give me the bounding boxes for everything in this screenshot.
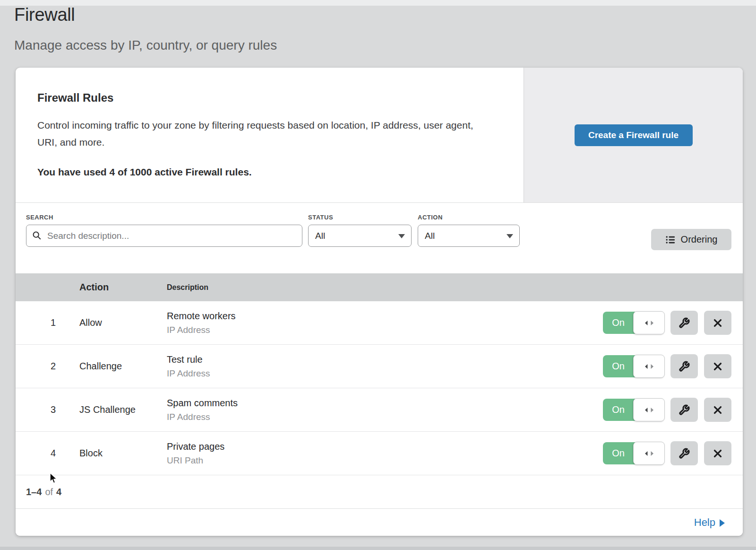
row-controls: On: [603, 354, 743, 378]
edit-rule-button[interactable]: [670, 311, 698, 335]
status-selected-value: All: [315, 231, 325, 241]
rules-usage-text: You have used 4 of 1000 active Firewall …: [37, 166, 502, 178]
rule-enabled-toggle[interactable]: On: [603, 312, 664, 334]
row-controls: On: [603, 441, 743, 465]
wrench-icon: [679, 317, 690, 329]
rule-description-title: Remote workers: [167, 311, 603, 322]
close-icon: [713, 448, 723, 459]
rule-action: JS Challenge: [79, 404, 167, 415]
delete-rule-button[interactable]: [704, 354, 731, 378]
rule-priority: 3: [16, 404, 56, 415]
rule-match-type: URI Path: [167, 455, 603, 466]
toggle-handle[interactable]: [633, 398, 665, 421]
left-right-arrows-icon: [644, 364, 655, 369]
table-row: 2 Challenge Test rule IP Address On: [16, 345, 743, 388]
window-bottom-strip: [0, 547, 756, 550]
row-controls: On: [603, 311, 743, 335]
rule-description-title: Private pages: [167, 441, 603, 452]
action-select[interactable]: All: [418, 225, 520, 247]
edit-rule-button[interactable]: [670, 398, 698, 422]
wrench-icon: [679, 404, 690, 416]
rule-action: Challenge: [79, 361, 167, 372]
rule-description-title: Spam comments: [167, 398, 603, 409]
rule-priority: 1: [16, 317, 56, 328]
help-link[interactable]: Help: [694, 516, 725, 529]
table-row: 1 Allow Remote workers IP Address On: [16, 301, 743, 345]
left-right-arrows-icon: [644, 320, 655, 326]
window-top-strip: [0, 0, 756, 6]
action-selected-value: All: [425, 231, 435, 241]
left-right-arrows-icon: [644, 451, 655, 456]
delete-rule-button[interactable]: [704, 441, 731, 465]
help-link-label: Help: [694, 516, 715, 529]
rule-priority: 4: [16, 448, 56, 459]
list-icon: [665, 235, 676, 245]
rule-enabled-toggle[interactable]: On: [603, 399, 664, 421]
rule-description: Private pages URI Path: [167, 441, 603, 466]
edit-rule-button[interactable]: [670, 441, 698, 465]
search-label: SEARCH: [26, 214, 53, 221]
close-icon: [713, 361, 723, 372]
firewall-rules-card: Firewall Rules Control incoming traffic …: [16, 68, 743, 536]
firewall-rules-summary-section: Firewall Rules Control incoming traffic …: [16, 68, 743, 202]
chevron-down-icon: [507, 234, 513, 238]
description-column-header: Description: [167, 283, 743, 292]
toggle-handle[interactable]: [633, 442, 665, 465]
delete-rule-button[interactable]: [704, 398, 731, 422]
toggle-on-label: On: [603, 399, 634, 421]
search-input[interactable]: [26, 225, 302, 247]
ordering-button[interactable]: Ordering: [651, 229, 731, 250]
section-title: Firewall Rules: [37, 91, 502, 105]
rule-priority: 2: [16, 361, 56, 372]
close-icon: [713, 318, 723, 328]
toggle-handle[interactable]: [633, 311, 665, 334]
filters-bar: SEARCH STATUS All ACTION All: [16, 202, 743, 273]
page-subtitle: Manage access by IP, country, or query r…: [14, 38, 277, 53]
toggle-handle[interactable]: [633, 355, 665, 378]
pagination-of: of: [45, 487, 53, 498]
toggle-on-label: On: [603, 312, 634, 334]
action-label: ACTION: [418, 214, 443, 221]
rule-description: Test rule IP Address: [167, 354, 603, 379]
rule-match-type: IP Address: [167, 412, 603, 422]
pagination-bar: 1–4 of 4: [16, 475, 743, 508]
rule-match-type: IP Address: [167, 325, 603, 335]
table-row: 4 Block Private pages URI Path On: [16, 432, 743, 475]
row-controls: On: [603, 398, 743, 422]
delete-rule-button[interactable]: [704, 311, 731, 335]
edit-rule-button[interactable]: [670, 354, 698, 378]
status-label: STATUS: [308, 214, 333, 221]
table-row: 3 JS Challenge Spam comments IP Address …: [16, 388, 743, 432]
wrench-icon: [679, 361, 690, 372]
page-title: Firewall: [14, 5, 75, 25]
pagination-range: 1–4: [26, 487, 42, 498]
search-box: [26, 225, 302, 247]
table-header: Action Description: [16, 273, 743, 301]
action-column-header: Action: [79, 282, 167, 293]
chevron-down-icon: [398, 234, 405, 238]
toggle-on-label: On: [603, 442, 634, 464]
rule-action: Block: [79, 448, 167, 459]
close-icon: [713, 405, 723, 415]
rule-enabled-toggle[interactable]: On: [603, 442, 664, 464]
ordering-button-label: Ordering: [681, 234, 718, 245]
right-arrow-icon: [720, 519, 725, 527]
rule-match-type: IP Address: [167, 368, 603, 379]
wrench-icon: [679, 448, 690, 459]
toggle-on-label: On: [603, 355, 634, 377]
rule-description: Remote workers IP Address: [167, 311, 603, 335]
card-footer: Help: [16, 508, 743, 536]
firewall-rules-info: Firewall Rules Control incoming traffic …: [16, 68, 524, 202]
rule-description: Spam comments IP Address: [167, 398, 603, 422]
section-description: Control incoming traffic to your zone by…: [37, 117, 484, 151]
pagination-total: 4: [56, 487, 61, 498]
rule-description-title: Test rule: [167, 354, 603, 365]
rule-action: Allow: [79, 317, 167, 328]
create-firewall-rule-button[interactable]: Create a Firewall rule: [575, 124, 693, 146]
left-right-arrows-icon: [644, 407, 655, 413]
status-select[interactable]: All: [308, 225, 412, 247]
create-rule-panel: Create a Firewall rule: [524, 68, 743, 202]
rule-enabled-toggle[interactable]: On: [603, 355, 664, 377]
